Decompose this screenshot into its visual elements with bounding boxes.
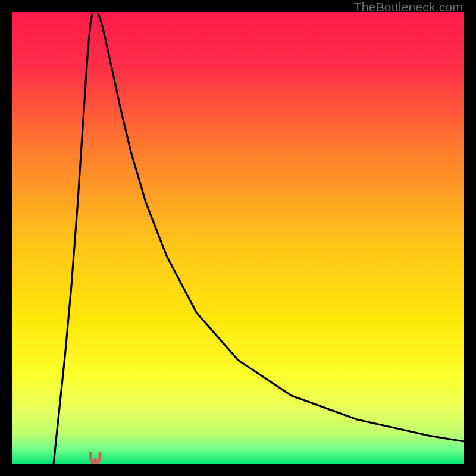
- plot-area: [12, 12, 464, 464]
- curve-right-branch: [98, 14, 464, 441]
- chart-frame: TheBottleneck.com: [0, 0, 476, 476]
- cusp-marker: [88, 452, 102, 464]
- curve-left-branch: [54, 14, 92, 464]
- bottleneck-curve: [12, 12, 464, 464]
